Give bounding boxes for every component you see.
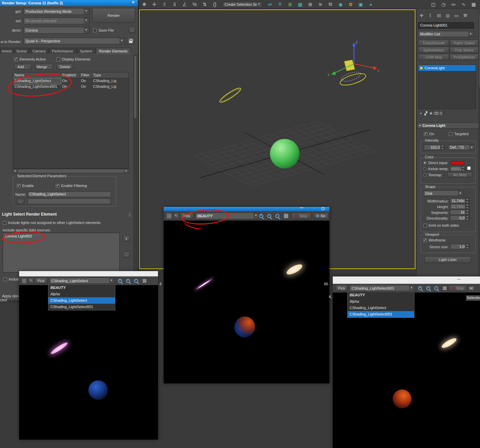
- pick-cursor-icon[interactable]: ↖: [173, 213, 179, 219]
- lock-view-button[interactable]: [127, 37, 134, 45]
- add-element-button[interactable]: Add ...: [14, 64, 32, 70]
- column-name[interactable]: Name: [13, 72, 61, 78]
- enable-filtering-checkbox[interactable]: Enable Filtering: [56, 184, 87, 188]
- modifier-button-poly-select[interactable]: Poly Select: [450, 47, 479, 53]
- workspace-icon[interactable]: ◫: [429, 1, 438, 8]
- chevron-down-icon[interactable]: [84, 18, 89, 24]
- zoom-out-icon[interactable]: [426, 286, 430, 290]
- include-unassigned-checkbox[interactable]: Include lights not assigned to other Lig…: [3, 221, 101, 225]
- chevron-down-icon[interactable]: [470, 145, 475, 150]
- align-icon[interactable]: ≞: [276, 1, 284, 8]
- panel-scrollbar[interactable]: [479, 12, 480, 278]
- minimize-icon[interactable]: [456, 278, 462, 283]
- vfb-right-titlebar[interactable]: [333, 276, 480, 284]
- emit-both-sides-checkbox[interactable]: Emit on both sides: [423, 223, 459, 227]
- zoom-in-icon[interactable]: [118, 279, 122, 283]
- make-unique-icon[interactable]: ❖: [429, 111, 434, 116]
- pin-stack-icon[interactable]: ⌖: [418, 111, 424, 116]
- disk-light-gizmo[interactable]: Z X Y: [327, 41, 379, 87]
- tab-camera[interactable]: Camera: [30, 48, 48, 54]
- tab-performance[interactable]: Performance: [49, 48, 76, 54]
- dropdown-option-lightselect001[interactable]: CShading_LightSelect001: [348, 311, 414, 318]
- maximize-icon[interactable]: [321, 207, 326, 211]
- intensity-unit-dropdown[interactable]: Def...^2): [448, 145, 475, 150]
- modifier-list-dropdown[interactable]: Modifier List: [418, 31, 474, 37]
- render-production-icon[interactable]: ◕: [366, 1, 375, 8]
- row-filter[interactable]: On: [80, 78, 92, 84]
- spinner-arrows-icon[interactable]: [466, 210, 470, 215]
- material-editor-icon[interactable]: ◉: [336, 1, 345, 8]
- directionality-spinner[interactable]: 0,0: [450, 215, 470, 221]
- minimize-icon[interactable]: [299, 207, 305, 211]
- preset-dropdown[interactable]: No preset selected: [24, 17, 89, 24]
- vfb-main-titlebar[interactable]: [164, 207, 329, 211]
- tab-create[interactable]: ✛: [418, 12, 425, 19]
- rendered-frame-window-icon[interactable]: ▣: [356, 1, 365, 8]
- scroll-left-icon[interactable]: [13, 169, 17, 173]
- dropdown-option-lightselect[interactable]: CShading_LightSelect: [348, 305, 414, 311]
- save-image-icon[interactable]: [22, 278, 27, 283]
- dropdown-option-lightselect001[interactable]: CShading_LightSelect001: [48, 304, 115, 310]
- tab-display[interactable]: ▭: [453, 12, 460, 19]
- remove-modifier-icon[interactable]: ⌫: [434, 111, 439, 116]
- pick-button[interactable]: Pick: [35, 277, 47, 284]
- save-file-checkbox[interactable]: Save File: [93, 28, 114, 32]
- graph-icon[interactable]: ∿: [459, 1, 468, 8]
- chevron-down-icon[interactable]: [84, 8, 89, 14]
- merge-element-button[interactable]: Merge ...: [35, 64, 53, 70]
- directionality-value[interactable]: 0,0: [450, 215, 466, 221]
- spinner-arrows-icon[interactable]: [466, 244, 470, 249]
- chevron-down-icon[interactable]: [409, 285, 414, 291]
- kelvin-temp-radio[interactable]: Kelvin temp:: [423, 167, 449, 171]
- layer-explorer-icon[interactable]: ≣: [286, 1, 294, 8]
- light-lister-button[interactable]: Light Lister: [425, 256, 471, 263]
- row-enabled[interactable]: On: [61, 78, 80, 84]
- row-name[interactable]: CShading_LightSelect001: [13, 84, 61, 90]
- kelvin-spinner[interactable]: 6500,0: [450, 166, 466, 172]
- keyboard-shortcut-override-icon[interactable]: ⇧: [160, 1, 169, 8]
- table-row[interactable]: CShading_LightSelect On On CShading_Lig: [13, 78, 129, 84]
- zoom-in-icon[interactable]: [418, 286, 422, 290]
- chevron-down-icon[interactable]: [254, 213, 259, 219]
- segments-spinner[interactable]: 16: [450, 210, 470, 215]
- column-type[interactable]: Type: [92, 72, 129, 78]
- chevron-down-icon[interactable]: [120, 38, 125, 44]
- spinner-arrows-icon[interactable]: [466, 198, 470, 203]
- background-color-swatch[interactable]: [283, 213, 289, 219]
- percent-snap-icon[interactable]: %: [190, 1, 199, 8]
- background-color-swatch[interactable]: [142, 278, 147, 283]
- zoom-fit-icon[interactable]: [434, 286, 438, 290]
- ribbon-icon[interactable]: ▦: [296, 1, 305, 8]
- tab-system[interactable]: System: [77, 48, 95, 54]
- chevron-down-icon[interactable]: [458, 191, 463, 196]
- spinner-arrows-icon[interactable]: [466, 215, 470, 221]
- gizmo-size-spinner[interactable]: 1,0: [450, 244, 470, 249]
- add-light-button[interactable]: +: [123, 235, 130, 242]
- render-setup-titlebar[interactable]: Render Setup: Corona 11 (hotfix 2): [0, 0, 138, 6]
- channel-dropdown[interactable]: CShading_LightSelect001: [350, 285, 415, 291]
- spinner-arrows-icon[interactable]: [441, 145, 445, 150]
- background-color-swatch[interactable]: [442, 286, 447, 291]
- chevron-down-icon[interactable]: [257, 2, 262, 7]
- chevron-down-icon[interactable]: [469, 31, 474, 37]
- green-sphere[interactable]: [270, 139, 299, 169]
- save-file-browse-button[interactable]: ...: [129, 27, 135, 33]
- time-configuration-icon[interactable]: ◷: [439, 1, 448, 8]
- table-row[interactable]: CShading_LightSelect001 On On CShading_L…: [13, 84, 129, 90]
- disk-light-2-gizmo[interactable]: [218, 86, 242, 104]
- selection-set-dropdown[interactable]: Create Selection Se: [223, 1, 262, 7]
- pick-button[interactable]: Pick: [335, 285, 348, 291]
- width-radius-value[interactable]: 11,749c: [450, 198, 466, 203]
- pick-cursor-icon[interactable]: ↖: [28, 278, 34, 284]
- zoom-fit-icon[interactable]: [275, 214, 279, 218]
- width-radius-spinner[interactable]: 11,749c: [450, 198, 470, 203]
- select-and-manipulate-icon[interactable]: ✥: [140, 1, 149, 8]
- zoom-fit-icon[interactable]: [134, 279, 138, 283]
- view-to-render-dropdown[interactable]: Quad 4 - Perspective: [24, 38, 125, 44]
- pick-button[interactable]: Pick: [180, 213, 193, 219]
- render-button[interactable]: Re: [314, 213, 328, 219]
- dropdown-option-lightselect[interactable]: CShading_LightSelect: [48, 297, 115, 304]
- light-sources-list[interactable]: Corona Light002: [3, 233, 120, 272]
- row-name[interactable]: CShading_LightSelect: [13, 78, 61, 84]
- intensity-value[interactable]: 152,0: [424, 145, 441, 150]
